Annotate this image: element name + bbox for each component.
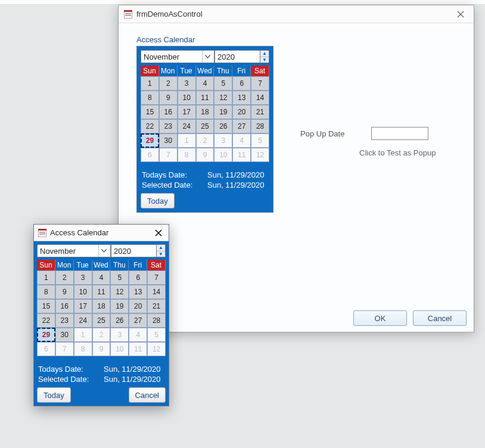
calendar-day[interactable]: 4: [92, 270, 111, 285]
calendar-day[interactable]: 20: [129, 299, 147, 313]
calendar-day[interactable]: 6: [141, 148, 159, 162]
calendar-day[interactable]: 26: [110, 313, 129, 328]
calendar-day[interactable]: 3: [110, 328, 129, 342]
calendar-day[interactable]: 11: [232, 148, 251, 162]
calendar-day[interactable]: 4: [232, 133, 251, 148]
calendar-day[interactable]: 11: [196, 91, 214, 105]
month-select[interactable]: November: [37, 244, 111, 257]
calendar-day[interactable]: 10: [74, 285, 92, 299]
calendar-day[interactable]: 5: [251, 133, 269, 148]
calendar-day[interactable]: 27: [232, 119, 251, 133]
calendar-day[interactable]: 25: [92, 313, 111, 328]
calendar-day[interactable]: 10: [110, 342, 129, 356]
calendar-day[interactable]: 30: [55, 328, 74, 342]
calendar-day[interactable]: 1: [74, 328, 92, 342]
calendar-day[interactable]: 10: [178, 91, 196, 105]
calendar-day[interactable]: 23: [55, 313, 74, 328]
cancel-button[interactable]: Cancel: [129, 387, 166, 403]
calendar-day[interactable]: 8: [178, 148, 196, 162]
calendar-day[interactable]: 13: [129, 285, 147, 299]
today-button[interactable]: Today: [141, 193, 175, 209]
spinner-up-icon[interactable]: ▲: [260, 51, 269, 57]
popup-date-input[interactable]: [371, 127, 428, 140]
calendar-day[interactable]: 7: [159, 148, 178, 162]
spinner-down-icon[interactable]: ▼: [260, 57, 269, 63]
calendar-day[interactable]: 12: [110, 285, 129, 299]
calendar-day[interactable]: 1: [141, 76, 159, 91]
calendar-day[interactable]: 12: [147, 342, 166, 356]
calendar-day[interactable]: 3: [74, 270, 92, 285]
calendar-day[interactable]: 16: [55, 299, 74, 313]
calendar-day[interactable]: 23: [159, 119, 178, 133]
chevron-down-icon[interactable]: [202, 51, 213, 63]
calendar-day[interactable]: 11: [92, 285, 111, 299]
calendar-day[interactable]: 12: [214, 91, 232, 105]
calendar-day[interactable]: 22: [37, 313, 55, 328]
calendar-day[interactable]: 2: [92, 328, 111, 342]
calendar-day[interactable]: 3: [178, 76, 196, 91]
calendar-day-today[interactable]: 29: [37, 328, 55, 342]
calendar-day[interactable]: 9: [55, 285, 74, 299]
calendar-day[interactable]: 4: [196, 76, 214, 91]
calendar-day[interactable]: 5: [214, 76, 232, 91]
close-icon[interactable]: [152, 227, 165, 239]
calendar-day[interactable]: 8: [37, 285, 55, 299]
calendar-day[interactable]: 15: [141, 105, 159, 119]
calendar-day[interactable]: 14: [147, 285, 166, 299]
calendar-day[interactable]: 5: [147, 328, 166, 342]
calendar-day[interactable]: 30: [159, 133, 178, 148]
popup-titlebar[interactable]: Access Calendar: [34, 225, 169, 241]
chevron-down-icon[interactable]: [98, 245, 109, 257]
calendar-day[interactable]: 4: [129, 328, 147, 342]
month-select[interactable]: November: [141, 50, 214, 63]
calendar-day[interactable]: 19: [214, 105, 232, 119]
calendar-day[interactable]: 7: [55, 342, 74, 356]
spinner-down-icon[interactable]: ▼: [157, 251, 165, 257]
calendar-day[interactable]: 25: [196, 119, 214, 133]
calendar-day[interactable]: 9: [196, 148, 214, 162]
spinner-up-icon[interactable]: ▲: [157, 245, 165, 251]
cancel-button[interactable]: Cancel: [413, 310, 467, 326]
calendar-day[interactable]: 24: [74, 313, 92, 328]
calendar-day[interactable]: 8: [141, 91, 159, 105]
calendar-day[interactable]: 12: [251, 148, 269, 162]
calendar-day[interactable]: 20: [232, 105, 251, 119]
year-input[interactable]: 2020: [111, 244, 156, 257]
calendar-day[interactable]: 3: [214, 133, 232, 148]
calendar-day[interactable]: 6: [129, 270, 147, 285]
calendar-day[interactable]: 8: [74, 342, 92, 356]
calendar-day[interactable]: 9: [159, 91, 178, 105]
calendar-day[interactable]: 22: [141, 119, 159, 133]
calendar-day[interactable]: 2: [196, 133, 214, 148]
calendar-day[interactable]: 19: [110, 299, 129, 313]
dialog-titlebar[interactable]: frmDemoAsControl: [119, 5, 474, 23]
year-input[interactable]: 2020: [214, 50, 260, 63]
calendar-day[interactable]: 6: [37, 342, 55, 356]
calendar-day[interactable]: 1: [37, 270, 55, 285]
calendar-day[interactable]: 17: [178, 105, 196, 119]
calendar-day[interactable]: 7: [251, 76, 269, 91]
calendar-day[interactable]: 28: [251, 119, 269, 133]
ok-button[interactable]: OK: [353, 310, 407, 326]
calendar-day[interactable]: 18: [92, 299, 111, 313]
calendar-day[interactable]: 2: [55, 270, 74, 285]
calendar-day[interactable]: 26: [214, 119, 232, 133]
calendar-day[interactable]: 10: [214, 148, 232, 162]
calendar-day[interactable]: 21: [147, 299, 166, 313]
calendar-day[interactable]: 18: [196, 105, 214, 119]
calendar-day[interactable]: 15: [37, 299, 55, 313]
calendar-day[interactable]: 13: [232, 91, 251, 105]
today-button[interactable]: Today: [37, 387, 71, 403]
calendar-day[interactable]: 28: [147, 313, 166, 328]
calendar-day[interactable]: 17: [74, 299, 92, 313]
calendar-day[interactable]: 16: [159, 105, 178, 119]
calendar-day[interactable]: 6: [232, 76, 251, 91]
calendar-day[interactable]: 11: [129, 342, 147, 356]
calendar-day[interactable]: 21: [251, 105, 269, 119]
calendar-day[interactable]: 1: [178, 133, 196, 148]
calendar-day[interactable]: 5: [110, 270, 129, 285]
calendar-day-today[interactable]: 29: [141, 133, 159, 148]
calendar-day[interactable]: 27: [129, 313, 147, 328]
calendar-day[interactable]: 2: [159, 76, 178, 91]
close-icon[interactable]: [452, 8, 469, 21]
